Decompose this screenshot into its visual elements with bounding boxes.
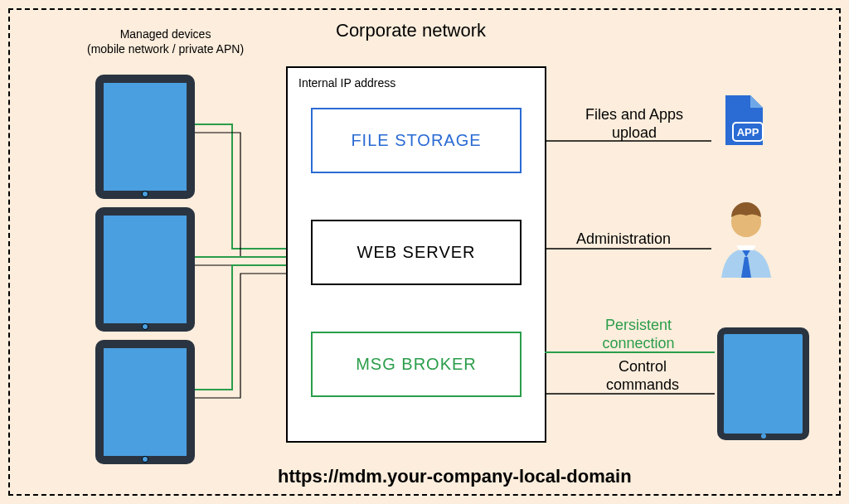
app-file-icon: APP bbox=[721, 91, 771, 149]
managed-devices-line1: Managed devices bbox=[120, 27, 211, 41]
control-cmds-label: Control commands bbox=[593, 358, 692, 394]
tablet-icon bbox=[95, 75, 195, 199]
admin-user-icon bbox=[713, 199, 779, 282]
footer-url: https://mdm.your-company-local-domain bbox=[278, 466, 632, 487]
diagram-title: Corporate network bbox=[336, 20, 486, 41]
files-upload-label: Files and Apps upload bbox=[572, 106, 696, 142]
web-server-box: WEB SERVER bbox=[311, 220, 522, 285]
administration-label: Administration bbox=[576, 230, 671, 249]
msg-broker-box: MSG BROKER bbox=[311, 332, 522, 397]
file-storage-box: FILE STORAGE bbox=[311, 108, 522, 173]
managed-devices-line2: (mobile network / private APN) bbox=[87, 42, 244, 56]
tablet-icon bbox=[717, 327, 809, 440]
diagram-stage: Corporate network Managed devices (mobil… bbox=[0, 0, 849, 504]
tablet-icon bbox=[95, 207, 195, 332]
server-ip-label: Internal IP address bbox=[298, 76, 395, 90]
tablet-icon bbox=[95, 340, 195, 464]
svg-text:APP: APP bbox=[737, 126, 759, 138]
managed-devices-label: Managed devices (mobile network / privat… bbox=[87, 27, 244, 56]
persistent-conn-label: Persistent connection bbox=[589, 317, 688, 352]
